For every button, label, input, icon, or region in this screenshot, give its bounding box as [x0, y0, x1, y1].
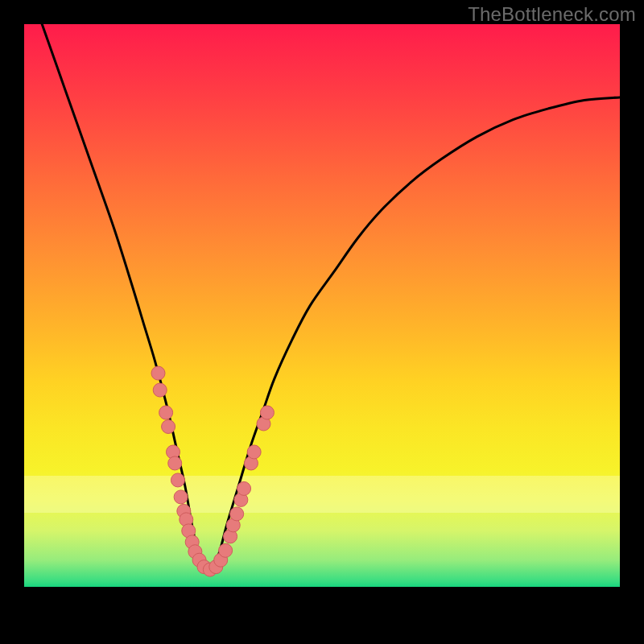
data-marker — [230, 507, 244, 521]
data-marker — [162, 419, 175, 433]
data-marker — [159, 406, 173, 419]
bottleneck-curve-svg — [24, 24, 620, 620]
data-marker — [247, 445, 261, 459]
data-marker — [260, 406, 274, 419]
data-marker — [237, 481, 251, 495]
data-marker — [151, 366, 165, 380]
bottleneck-curve — [42, 24, 620, 570]
data-marker — [171, 473, 184, 487]
data-marker — [168, 456, 182, 470]
data-marker — [153, 383, 167, 397]
data-marker — [174, 490, 188, 504]
watermark-text: TheBottleneck.com — [468, 3, 636, 26]
data-marker — [219, 543, 233, 557]
chart-frame: TheBottleneck.com — [0, 0, 644, 644]
plot-area — [24, 24, 620, 620]
